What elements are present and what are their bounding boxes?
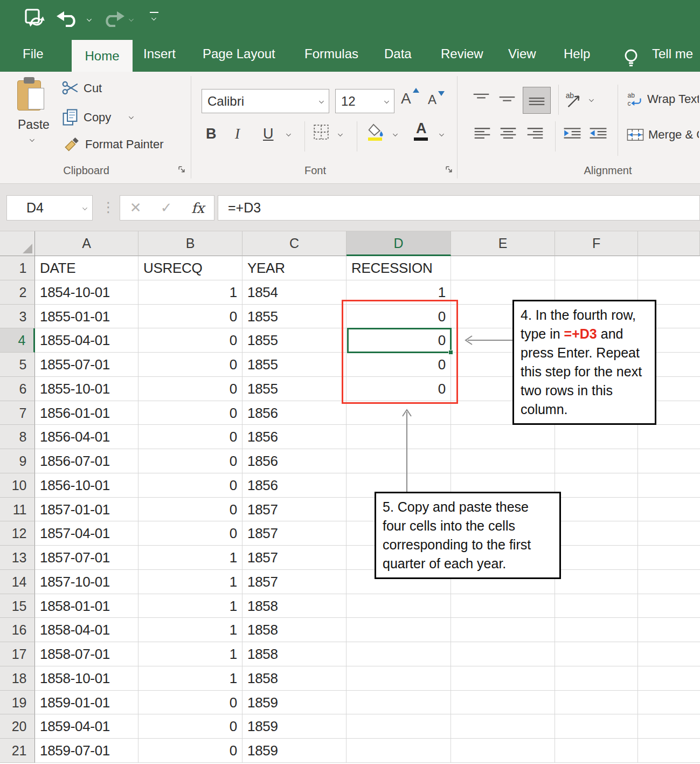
decrease-indent-button[interactable] <box>563 127 582 141</box>
row-header-13[interactable]: 13 <box>0 546 35 570</box>
cell-F10[interactable] <box>555 473 638 498</box>
increase-font-size-button[interactable]: A <box>401 90 411 107</box>
cell-A10[interactable]: 1856-10-01 <box>35 473 138 498</box>
cell-B1[interactable]: USRECQ <box>138 256 242 280</box>
cell-C8[interactable]: 1856 <box>242 425 346 449</box>
cell-A5[interactable]: 1855-07-01 <box>35 353 138 377</box>
cell-C21[interactable]: 1859 <box>242 739 346 763</box>
cell-C9[interactable]: 1856 <box>242 449 346 473</box>
cell-C15[interactable]: 1858 <box>242 594 346 618</box>
column-header-A[interactable]: A <box>35 231 138 256</box>
cell-B10[interactable]: 0 <box>138 473 242 498</box>
tab-help[interactable]: Help <box>564 46 590 61</box>
cell-C2[interactable]: 1854 <box>242 280 346 305</box>
align-center-button[interactable] <box>499 127 517 141</box>
cell-E8[interactable] <box>451 425 555 449</box>
bold-button[interactable]: B <box>206 126 217 142</box>
row-header-11[interactable]: 11 <box>0 498 35 522</box>
cell-B19[interactable]: 0 <box>138 691 242 715</box>
cell-C1[interactable]: YEAR <box>242 256 346 280</box>
cancel-icon[interactable]: ✕ <box>130 199 142 216</box>
cell-B6[interactable]: 0 <box>138 377 242 401</box>
cell-G8[interactable] <box>638 425 700 449</box>
tab-formulas[interactable]: Formulas <box>304 46 358 61</box>
cell-A18[interactable]: 1858-10-01 <box>35 666 138 691</box>
paste-button[interactable] <box>16 77 46 113</box>
tell-me-label[interactable]: Tell me <box>652 46 693 61</box>
row-header-4[interactable]: 4 <box>0 328 35 353</box>
column-header-E[interactable]: E <box>451 231 555 256</box>
cell-E17[interactable] <box>451 642 555 666</box>
row-header-5[interactable]: 5 <box>0 353 35 377</box>
cell-E19[interactable] <box>451 691 555 715</box>
cell-G11[interactable] <box>638 498 700 522</box>
cell-B20[interactable]: 0 <box>138 714 242 739</box>
cell-D7[interactable] <box>346 401 451 425</box>
cell-D8[interactable] <box>346 425 451 449</box>
cell-E18[interactable] <box>451 666 555 691</box>
cell-A14[interactable]: 1857-10-01 <box>35 570 138 594</box>
tab-file[interactable]: File <box>23 46 44 61</box>
cell-G1[interactable] <box>638 256 700 280</box>
undo-icon[interactable] <box>56 10 80 27</box>
row-header-8[interactable]: 8 <box>0 425 35 449</box>
cell-F17[interactable] <box>555 642 638 666</box>
cell-C18[interactable]: 1858 <box>242 666 346 691</box>
row-header-19[interactable]: 19 <box>0 691 35 715</box>
cell-G14[interactable] <box>638 570 700 594</box>
row-header-21[interactable]: 21 <box>0 739 35 763</box>
format-painter-icon[interactable] <box>64 135 81 152</box>
customize-qat-chevron-icon[interactable] <box>151 16 156 20</box>
bottom-align-button[interactable] <box>523 87 551 114</box>
cell-C19[interactable]: 1859 <box>242 691 346 715</box>
cell-A15[interactable]: 1858-01-01 <box>35 594 138 618</box>
row-header-9[interactable]: 9 <box>0 449 35 473</box>
cell-C3[interactable]: 1855 <box>242 305 346 329</box>
cell-B16[interactable]: 1 <box>138 618 242 642</box>
cell-F18[interactable] <box>555 666 638 691</box>
redo-dropdown-icon[interactable] <box>129 17 134 22</box>
cell-C10[interactable]: 1856 <box>242 473 346 498</box>
row-header-18[interactable]: 18 <box>0 666 35 691</box>
cell-C13[interactable]: 1857 <box>242 546 346 570</box>
cell-C14[interactable]: 1857 <box>242 570 346 594</box>
row-header-1[interactable]: 1 <box>0 256 35 280</box>
fill-color-button[interactable] <box>366 122 385 144</box>
tab-page-layout[interactable]: Page Layout <box>203 46 275 61</box>
cell-F16[interactable] <box>555 618 638 642</box>
cell-F13[interactable] <box>555 546 638 570</box>
wrap-text-button[interactable]: ab c Wrap Text <box>627 91 700 107</box>
cell-B15[interactable]: 1 <box>138 594 242 618</box>
cell-A11[interactable]: 1857-01-01 <box>35 498 138 522</box>
cell-F9[interactable] <box>555 449 638 473</box>
undo-dropdown-icon[interactable] <box>87 17 92 22</box>
tab-insert[interactable]: Insert <box>143 46 176 61</box>
paste-dropdown-icon[interactable] <box>30 137 34 142</box>
cell-D17[interactable] <box>346 642 451 666</box>
name-box[interactable]: D4 <box>6 195 93 221</box>
cell-C20[interactable]: 1859 <box>242 714 346 739</box>
cell-F12[interactable] <box>555 521 638 546</box>
align-right-button[interactable] <box>526 127 544 141</box>
font-dialog-launcher-icon[interactable] <box>445 166 453 174</box>
cell-C6[interactable]: 1855 <box>242 377 346 401</box>
cell-E15[interactable] <box>451 594 555 618</box>
decrease-font-size-button[interactable]: A <box>428 92 436 107</box>
cell-B17[interactable]: 1 <box>138 642 242 666</box>
cell-C17[interactable]: 1858 <box>242 642 346 666</box>
copy-label[interactable]: Copy <box>84 111 111 125</box>
underline-dropdown-icon[interactable] <box>286 132 291 136</box>
cell-G16[interactable] <box>638 618 700 642</box>
underline-button[interactable]: U <box>263 126 274 142</box>
cell-A4[interactable]: 1855-04-01 <box>35 328 138 353</box>
redo-icon[interactable] <box>101 10 125 27</box>
row-header-6[interactable]: 6 <box>0 377 35 401</box>
cell-D2[interactable]: 1 <box>346 280 451 305</box>
cell-D3[interactable]: 0 <box>346 305 451 329</box>
cell-B13[interactable]: 1 <box>138 546 242 570</box>
cell-D9[interactable] <box>346 449 451 473</box>
orientation-dropdown-icon[interactable] <box>589 97 594 102</box>
column-header-C[interactable]: C <box>242 231 346 256</box>
name-box-splitter[interactable]: ⋮ <box>101 199 116 216</box>
cell-C11[interactable]: 1857 <box>242 498 346 522</box>
